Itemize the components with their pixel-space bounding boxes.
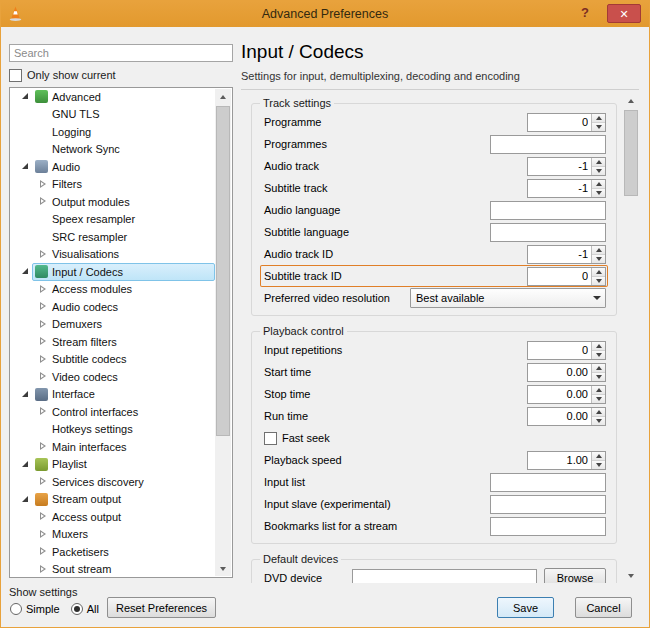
programme-value[interactable] [528,114,591,131]
input-repetitions-value[interactable] [528,342,591,359]
tree-item-stream-output[interactable]: Stream output [10,491,215,509]
spin-up-icon[interactable] [592,452,605,460]
tree-item-stream-filters[interactable]: Stream filters [10,333,215,351]
input-slave-experimental-input[interactable] [490,495,606,514]
collapsed-twisty-icon[interactable] [38,371,49,382]
tree-item-sout-stream[interactable]: Sout stream [10,561,215,578]
spin-up-icon[interactable] [592,386,605,394]
close-button[interactable]: ✕ [607,4,641,23]
cancel-button[interactable]: Cancel [575,597,632,618]
collapsed-twisty-icon[interactable] [38,249,49,260]
scroll-up-icon[interactable] [623,93,639,109]
collapsed-twisty-icon[interactable] [38,511,49,522]
tree-item-gnu-tls[interactable]: GNU TLS [10,106,215,124]
only-show-current-checkbox[interactable] [9,69,22,82]
scroll-down-icon[interactable] [215,560,231,576]
fast-seek-checkbox[interactable] [264,432,277,445]
collapsed-twisty-icon[interactable] [38,476,49,487]
collapsed-twisty-icon[interactable] [38,354,49,365]
tree-item-hotkeys-settings[interactable]: Hotkeys settings [10,421,215,439]
audio-language-input[interactable] [490,201,606,220]
programmes-input[interactable] [490,135,606,154]
search-input[interactable] [9,44,233,62]
spin-down-icon[interactable] [592,188,605,197]
spin-up-icon[interactable] [592,342,605,350]
run-time-value[interactable] [528,408,591,425]
expanded-twisty-icon[interactable] [20,494,31,505]
tree-item-visualisations[interactable]: Visualisations [10,246,215,264]
tree-item-control-interfaces[interactable]: Control interfaces [10,403,215,421]
collapsed-twisty-icon[interactable] [38,301,49,312]
tree-item-demuxers[interactable]: Demuxers [10,316,215,334]
tree-item-access-output[interactable]: Access output [10,508,215,526]
save-button[interactable]: Save [497,597,554,618]
collapsed-twisty-icon[interactable] [38,319,49,330]
collapsed-twisty-icon[interactable] [38,529,49,540]
tree-item-packetisers[interactable]: Packetisers [10,543,215,561]
tree-item-audio[interactable]: Audio [10,158,215,176]
tree-item-services-discovery[interactable]: Services discovery [10,473,215,491]
scroll-up-icon[interactable] [215,89,231,105]
tree-item-advanced[interactable]: Advanced [10,88,215,106]
settings-scrollbar[interactable] [623,93,639,583]
start-time-value[interactable] [528,364,591,381]
tree-item-video-codecs[interactable]: Video codecs [10,368,215,386]
bookmarks-list-for-a-stream-input[interactable] [490,517,606,536]
spin-down-icon[interactable] [592,166,605,175]
tree-item-muxers[interactable]: Muxers [10,526,215,544]
collapsed-twisty-icon[interactable] [38,546,49,557]
collapsed-twisty-icon[interactable] [38,196,49,207]
spin-down-icon[interactable] [592,460,605,469]
collapsed-twisty-icon[interactable] [38,406,49,417]
tree-item-src-resampler[interactable]: SRC resampler [10,228,215,246]
subtitle-language-input[interactable] [490,223,606,242]
spin-down-icon[interactable] [592,394,605,403]
tree-item-output-modules[interactable]: Output modules [10,193,215,211]
collapsed-twisty-icon[interactable] [38,179,49,190]
tree-item-main-interfaces[interactable]: Main interfaces [10,438,215,456]
tree-scrollbar[interactable] [215,89,231,576]
only-show-current-option[interactable]: Only show current [9,67,233,83]
spin-down-icon[interactable] [592,276,605,285]
audio-track-value[interactable] [528,158,591,175]
help-button[interactable]: ? [577,4,593,22]
spin-up-icon[interactable] [592,364,605,372]
tree-item-filters[interactable]: Filters [10,176,215,194]
spin-up-icon[interactable] [592,158,605,166]
spin-up-icon[interactable] [592,408,605,416]
tree-item-audio-codecs[interactable]: Audio codecs [10,298,215,316]
tree-item-input-codecs[interactable]: Input / Codecs [10,263,215,281]
collapsed-twisty-icon[interactable] [38,284,49,295]
simple-radio[interactable] [10,603,22,615]
browse-button[interactable]: Browse [544,568,606,584]
expanded-twisty-icon[interactable] [20,266,31,277]
collapsed-twisty-icon[interactable] [38,564,49,575]
subtitle-track-value[interactable] [528,180,591,197]
input-list-input[interactable] [490,473,606,492]
subtitle-track-id-value[interactable] [528,268,591,285]
collapsed-twisty-icon[interactable] [38,336,49,347]
radio-option-simple[interactable]: Simple [10,603,60,615]
playback-speed-value[interactable] [528,452,591,469]
tree-item-network-sync[interactable]: Network Sync [10,141,215,159]
expanded-twisty-icon[interactable] [20,161,31,172]
expanded-twisty-icon[interactable] [20,91,31,102]
reset-preferences-button[interactable]: Reset Preferences [107,597,216,618]
tree-scrollbar-thumb[interactable] [216,106,230,436]
scroll-down-icon[interactable] [623,567,639,583]
tree-item-subtitle-codecs[interactable]: Subtitle codecs [10,351,215,369]
radio-option-all[interactable]: All [71,603,99,615]
all-radio[interactable] [71,603,83,615]
spin-up-icon[interactable] [592,268,605,276]
spin-up-icon[interactable] [592,246,605,254]
titlebar[interactable]: Advanced Preferences ? ✕ [1,1,649,27]
spin-down-icon[interactable] [592,350,605,359]
spin-down-icon[interactable] [592,416,605,425]
expanded-twisty-icon[interactable] [20,459,31,470]
tree-item-logging[interactable]: Logging [10,123,215,141]
stop-time-value[interactable] [528,386,591,403]
tree-item-access-modules[interactable]: Access modules [10,281,215,299]
tree-item-interface[interactable]: Interface [10,386,215,404]
spin-down-icon[interactable] [592,122,605,131]
settings-scrollbar-thumb[interactable] [624,110,638,196]
